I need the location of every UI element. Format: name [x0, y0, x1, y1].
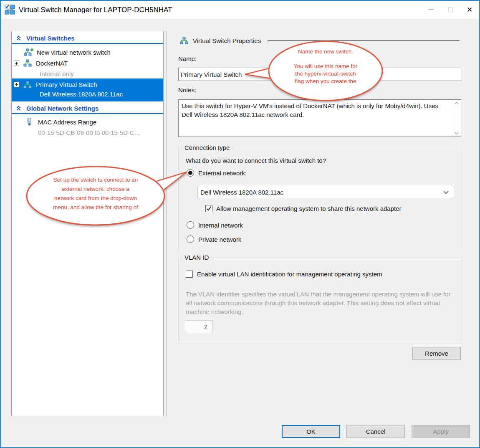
checkmark-icon [206, 206, 212, 211]
virtual-switch-icon [23, 81, 32, 89]
connection-question: What do you want to connect this virtual… [186, 157, 326, 164]
remove-button[interactable]: Remove [412, 347, 461, 360]
sidebar-item-label: MAC Address Range [38, 119, 96, 126]
window-title: Virtual Switch Manager for LAPTOP-DCH5NH… [19, 6, 172, 14]
internal-network-label: Internal network [198, 222, 243, 229]
cancel-button-label: Cancel [366, 428, 386, 435]
enable-vlan-checkbox[interactable] [186, 271, 193, 278]
share-adapter-checkbox[interactable] [205, 205, 212, 212]
expand-toggle-icon[interactable] [14, 61, 19, 66]
ok-button[interactable]: OK [282, 425, 340, 438]
callout-line: Set up the switch to connect to an [31, 175, 160, 185]
callout-line: flag when you create the [270, 78, 381, 85]
title-bar: Virtual Switch Manager for LAPTOP-DCH5NH… [1, 1, 479, 19]
private-network-label: Private network [198, 236, 241, 243]
sidebar-item-label: Primary Virtual Switch [36, 81, 97, 88]
callout-line: menu, and allow the for sharing of [31, 203, 160, 212]
sidebar-item-primary-switch-selected[interactable]: Primary Virtual Switch Dell Wireless 182… [12, 78, 163, 101]
sidebar-item-sublabel: Internal only [12, 68, 163, 78]
close-button[interactable]: ✕ [460, 1, 479, 19]
external-network-label: External network: [198, 170, 247, 177]
adapter-selected-value: Dell Wireless 1820A 802.11ac [200, 189, 283, 196]
remove-button-label: Remove [425, 350, 448, 357]
sidebar-item-dockernat[interactable]: DockerNAT [12, 58, 163, 68]
notes-label: Notes: [178, 86, 196, 94]
sidebar-item-new-switch[interactable]: New virtual network switch [12, 47, 163, 58]
sidebar-item-sublabel: Dell Wireless 1820A 802.11ac [12, 89, 163, 99]
sidebar-item-mac-range[interactable]: MAC Address Range [12, 116, 163, 127]
apply-button[interactable]: Apply [412, 425, 470, 438]
connection-type-legend: Connection type [182, 144, 232, 151]
expand-toggle-icon[interactable] [14, 82, 19, 87]
chevron-down-icon [443, 191, 449, 194]
minimize-icon [429, 10, 434, 10]
ok-button-label: OK [306, 428, 316, 435]
name-callout-text: Name the new switch. You will use this n… [270, 48, 381, 85]
scroll-up-icon[interactable] [455, 102, 459, 104]
share-adapter-label: Allow management operating system to sha… [216, 205, 402, 212]
sidebar-section-global-settings[interactable]: Global Network Settings [12, 104, 163, 114]
name-label: Name: [178, 55, 197, 62]
section-header-label: Global Network Settings [26, 105, 99, 112]
network-adapter-dropdown[interactable]: Dell Wireless 1820A 802.11ac [197, 186, 454, 198]
enable-vlan-label: Enable virtual LAN identification for ma… [197, 271, 382, 278]
vlan-description: The VLAN identifier specifies the virtua… [186, 290, 455, 316]
callout-line: network card from the drop-down [31, 194, 160, 203]
private-network-radio[interactable] [187, 235, 194, 243]
virtual-switch-manager-window: Virtual Switch Manager for LAPTOP-DCH5NH… [0, 0, 480, 448]
virtual-switch-icon [23, 59, 32, 67]
collapse-chevron-icon[interactable] [16, 106, 21, 111]
sidebar-section-virtual-switches[interactable]: Virtual Switches [12, 33, 163, 44]
vlan-id-legend: VLAN ID [182, 254, 211, 261]
maximize-icon [448, 8, 453, 12]
scroll-down-icon[interactable] [455, 132, 459, 134]
collapse-chevron-icon[interactable] [16, 35, 21, 41]
minimize-button[interactable] [422, 1, 441, 19]
new-virtual-switch-icon [24, 48, 33, 56]
callout-line: the hyperv-virtual-switch [270, 70, 381, 78]
apply-button-label: Apply [433, 428, 449, 435]
callout-line: You will use this name for [270, 63, 381, 70]
mac-address-icon [27, 118, 32, 126]
callout-line: Name the new switch. [270, 48, 381, 56]
sidebar-item-label: DockerNAT [36, 60, 68, 67]
app-icon [5, 4, 16, 15]
external-callout-text: Set up the switch to connect to an exter… [31, 175, 160, 212]
maximize-button[interactable] [441, 1, 460, 19]
notes-scrollbar[interactable] [453, 100, 460, 136]
sidebar-item-label: New virtual network switch [37, 49, 111, 56]
callout-line: external network, choose a [31, 185, 160, 194]
section-header-label: Virtual Switches [26, 35, 75, 42]
cancel-button[interactable]: Cancel [346, 425, 405, 438]
virtual-switch-icon [179, 37, 189, 44]
close-icon: ✕ [467, 6, 472, 13]
sidebar-item-sublabel: 00-15-5D-CB-06-00 to 00-15-5D-C… [12, 127, 163, 137]
vlan-id-input[interactable]: 2 [186, 320, 213, 333]
